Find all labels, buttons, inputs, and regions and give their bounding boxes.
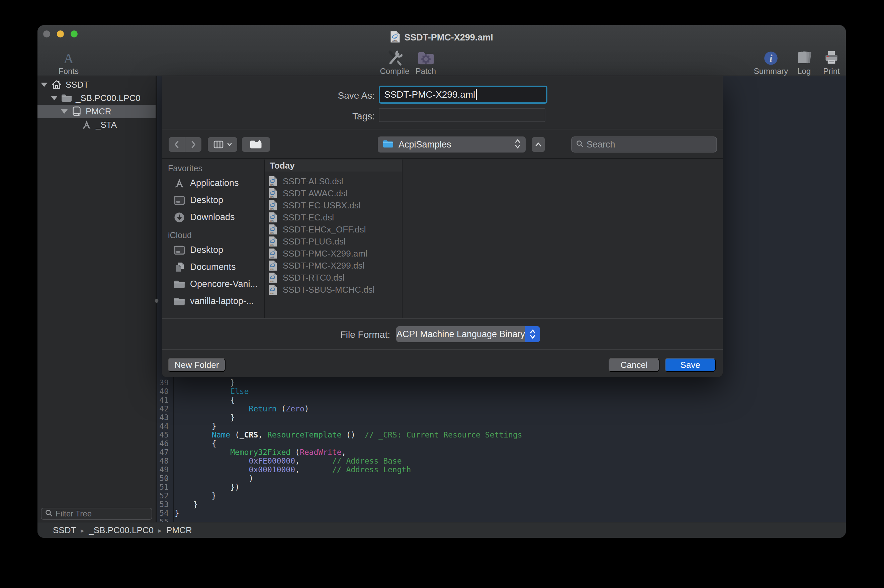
search-field[interactable] (571, 136, 717, 153)
code-text: Else (171, 387, 249, 396)
folder-icon (173, 296, 186, 307)
file-name: SSDT-EHCx_OFF.dsl (283, 224, 366, 235)
disclosure-triangle-icon[interactable] (51, 96, 57, 100)
breadcrumb-separator-icon: ▸ (158, 526, 162, 534)
disclosure-triangle-icon[interactable] (61, 110, 68, 114)
tree-item-_sta[interactable]: _STA (38, 118, 156, 132)
toolbar-item-patch[interactable]: Patch (410, 48, 442, 76)
new-folder-button[interactable]: New Folder (168, 358, 225, 372)
code-text: } (171, 509, 179, 518)
toolbar-item-fonts[interactable]: AFonts (44, 48, 94, 76)
file-row[interactable]: DSLSSDT-EHCx_OFF.dsl (265, 224, 402, 236)
file-format-label: File Format: (323, 330, 390, 340)
file-row[interactable]: AMLSSDT-PMC-X299.aml (265, 248, 402, 260)
location-popup[interactable]: AcpiSamples (378, 136, 526, 153)
file-row[interactable]: DSLSSDT-ALS0.dsl (265, 175, 402, 187)
search-input[interactable] (587, 140, 712, 150)
sidebar-item-label: Documents (190, 262, 236, 272)
title-wrap: AML SSDT-PMC-X299.aml (38, 25, 846, 50)
code-line: 50 ) (157, 474, 846, 483)
forward-button[interactable] (185, 137, 201, 152)
code-text: } (171, 413, 235, 422)
file-group-header: Today (265, 159, 402, 172)
file-list-column: Today DSLSSDT-ALS0.dslDSLSSDT-AWAC.dslDS… (265, 159, 402, 318)
breadcrumb-item[interactable]: SSDT (53, 525, 76, 536)
folder-icon (173, 279, 186, 290)
toolbar-item-print[interactable]: Print (817, 48, 846, 76)
dialog-buttons-row: New Folder Cancel Save (162, 349, 723, 377)
file-document-icon: DSL (268, 284, 278, 295)
file-row[interactable]: DSLSSDT-RTC0.dsl (265, 272, 402, 284)
save-as-input[interactable]: SSDT-PMC-X299.aml (379, 86, 548, 104)
line-number: 44 (157, 422, 171, 430)
line-number: 39 (157, 378, 171, 387)
log-icon (795, 48, 813, 66)
sidebar-item-desktop[interactable]: Desktop (162, 242, 264, 258)
breadcrumb-item[interactable]: _SB.PC00.LPC0 (89, 525, 153, 536)
new-folder-icon-button[interactable] (242, 137, 270, 152)
breadcrumb-item[interactable]: PMCR (166, 525, 192, 536)
line-number: 51 (157, 483, 171, 491)
svg-text:DSL: DSL (270, 292, 275, 295)
file-rows: DSLSSDT-ALS0.dslDSLSSDT-AWAC.dslDSLSSDT-… (265, 172, 402, 296)
toolbar-item-label: Log (797, 66, 811, 76)
sidebar-item-vanilla-laptop-[interactable]: vanilla-laptop-... (162, 292, 264, 310)
code-line: 40 Else (157, 387, 846, 396)
maciasl-window: AML SSDT-PMC-X299.aml AFontsCompilePatch… (38, 25, 846, 538)
svg-text:i: i (770, 52, 773, 64)
sidebar-section-title: iCloud (162, 231, 264, 240)
sidebar-item-documents[interactable]: Documents (162, 258, 264, 276)
filter-tree-input[interactable] (56, 509, 148, 518)
parent-folder-button[interactable] (532, 137, 545, 152)
file-row[interactable]: DSLSSDT-AWAC.dsl (265, 187, 402, 200)
file-row[interactable]: DSLSSDT-PMC-X299.dsl (265, 260, 402, 272)
file-name: SSDT-RTC0.dsl (283, 273, 344, 283)
svg-text:AML: AML (270, 256, 275, 258)
file-row[interactable]: DSLSSDT-SBUS-MCHC.dsl (265, 284, 402, 296)
svg-text:DSL: DSL (270, 208, 275, 210)
cancel-button[interactable]: Cancel (609, 358, 659, 372)
breadcrumb-separator-icon: ▸ (81, 526, 84, 534)
applications-icon (173, 178, 186, 189)
tree-item-pmcr[interactable]: PMCR (38, 105, 156, 118)
line-number: 50 (157, 474, 171, 483)
tree-item-label: _STA (96, 120, 117, 130)
filter-tree-field[interactable] (41, 508, 152, 520)
sidebar-item-desktop[interactable]: Desktop (162, 192, 264, 209)
tree-item-ssdt[interactable]: SSDT (38, 78, 156, 91)
code-text: } (171, 378, 235, 387)
titlebar: AML SSDT-PMC-X299.aml (38, 25, 846, 48)
view-mode-dropdown[interactable] (208, 137, 237, 152)
toolbar: AFontsCompilePatchiSummaryLogPrint (38, 48, 846, 76)
compile-icon (386, 48, 404, 66)
file-row[interactable]: DSLSSDT-EC-USBX.dsl (265, 200, 402, 212)
summary-icon: i (763, 48, 779, 66)
file-format-popup[interactable]: ACPI Machine Language Binary (396, 326, 540, 342)
sidebar-item-downloads[interactable]: Downloads (162, 209, 264, 226)
code-line: 45 Name (_CRS, ResourceTemplate () // _C… (157, 430, 846, 439)
code-line: 46 { (157, 439, 846, 448)
sidebar-item-applications[interactable]: Applications (162, 175, 264, 192)
toolbar-item-log[interactable]: Log (792, 48, 816, 76)
sidebar-item-opencore-vani-[interactable]: Opencore-Vani... (162, 276, 264, 292)
tags-input[interactable] (380, 109, 545, 122)
file-row[interactable]: DSLSSDT-EC.dsl (265, 212, 402, 224)
code-text: Name (_CRS, ResourceTemplate () // _CRS:… (171, 430, 522, 439)
file-browser: FavoritesApplicationsDesktopDownloadsiCl… (162, 159, 723, 318)
svg-text:A: A (64, 51, 74, 66)
desktop-icon (173, 244, 186, 256)
save-dialog-sheet: Save As: SSDT-PMC-X299.aml Tags: AcpiSam… (162, 76, 723, 377)
save-button[interactable]: Save (665, 358, 716, 372)
code-text: ) (171, 474, 253, 483)
disclosure-triangle-icon[interactable] (41, 82, 48, 87)
acpi-tree: SSDT_SB.PC00.LPC0PMCR_STA (38, 76, 156, 132)
file-name: SSDT-PMC-X299.dsl (283, 261, 365, 271)
code-line: 53 } (157, 500, 846, 509)
file-row[interactable]: DSLSSDT-PLUG.dsl (265, 236, 402, 248)
back-button[interactable] (169, 137, 185, 152)
toolbar-item-summary[interactable]: iSummary (751, 48, 791, 76)
tree-item-_sb.pc00.lpc0[interactable]: _SB.PC00.LPC0 (38, 91, 156, 105)
sidebar-splitter[interactable] (156, 76, 157, 522)
print-icon (823, 48, 840, 66)
file-name: SSDT-EC-USBX.dsl (283, 200, 361, 211)
